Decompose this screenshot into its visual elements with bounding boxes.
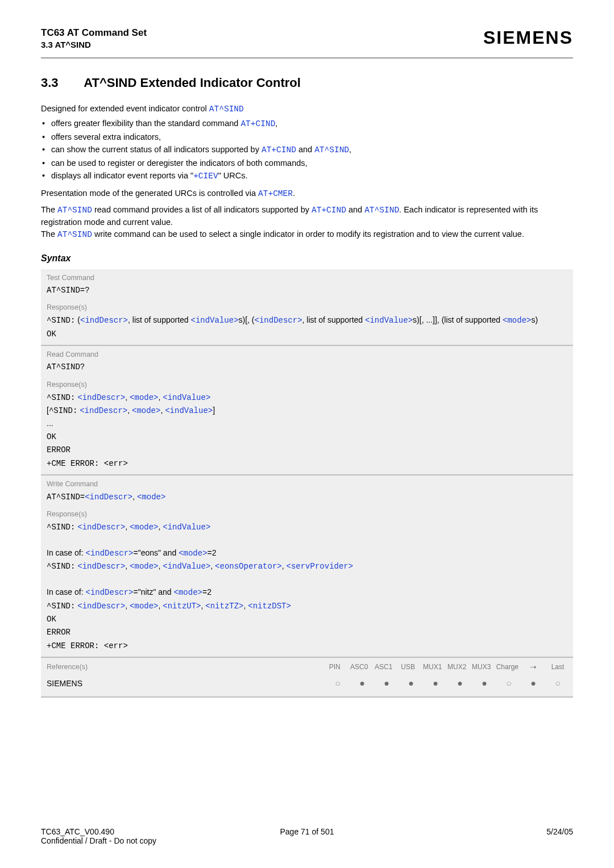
label-response: Response(s): [41, 376, 573, 390]
param-inddescr[interactable]: <indDescr>: [77, 602, 125, 611]
dot-icon: ●: [524, 676, 543, 691]
param-nitzut[interactable]: <nitzUT>: [163, 602, 201, 611]
dot-icon: ●: [475, 676, 494, 691]
text-ok: OK: [47, 615, 56, 624]
param-nitztz[interactable]: <nitzTZ>: [205, 602, 243, 611]
read-response: ^SIND: <indDescr>, <mode>, <indValue> [^…: [41, 390, 573, 475]
text-error: ERROR: [47, 445, 70, 454]
text: ^SIND:: [47, 562, 75, 571]
text-ok: OK: [47, 432, 56, 441]
write-response: ^SIND: <indDescr>, <mode>, <indValue> In…: [41, 519, 573, 658]
link-ciev[interactable]: +CIEV: [193, 172, 218, 181]
dot-icon: ●: [426, 676, 445, 691]
text: s)[, (: [239, 315, 255, 324]
footer-page: Page 71 of 501: [218, 827, 396, 845]
param-mode[interactable]: <mode>: [132, 406, 160, 415]
param-inddescr[interactable]: <indDescr>: [77, 562, 125, 571]
feature-list: offers greater flexibility than the stan…: [41, 117, 573, 182]
param-mode[interactable]: <mode>: [179, 549, 207, 558]
section-heading: 3.3 AT^SIND Extended Indicator Control: [41, 76, 573, 90]
param-mode[interactable]: <mode>: [137, 493, 165, 502]
dot-icon: ○: [548, 676, 567, 691]
support-dots: ○ ● ● ● ● ● ● ○ ● ○: [328, 676, 567, 691]
page-footer: TC63_ATC_V00.490 Confidential / Draft - …: [41, 827, 573, 845]
link-at-cind[interactable]: AT+CIND: [262, 145, 296, 155]
param-inddescr[interactable]: <indDescr>: [77, 523, 125, 532]
page-header: TC63 AT Command Set 3.3 AT^SIND SIEMENS: [41, 27, 573, 57]
param-indvalue[interactable]: <indValue>: [163, 562, 210, 571]
param-inddescr[interactable]: <indDescr>: [85, 549, 133, 558]
dot-icon: ●: [401, 676, 421, 691]
test-command: AT^SIND=?: [41, 283, 573, 299]
text: .: [293, 189, 295, 198]
text: and: [346, 205, 364, 214]
text: ,: [132, 492, 137, 501]
text: ,: [125, 561, 130, 570]
param-inddescr[interactable]: <indDescr>: [77, 393, 125, 402]
param-mode[interactable]: <mode>: [130, 523, 158, 532]
test-response: ^SIND: (<indDescr>, list of supported <i…: [41, 312, 573, 346]
param-inddescr[interactable]: <indDescr>: [80, 406, 127, 415]
list-item: offers greater flexibility than the stan…: [41, 117, 573, 130]
section-number: 3.3: [41, 76, 81, 90]
link-at-cind[interactable]: AT+CIND: [312, 206, 346, 215]
param-mode[interactable]: <mode>: [130, 393, 158, 402]
link-at-cind[interactable]: AT+CIND: [240, 119, 275, 128]
text: ^SIND:: [47, 602, 75, 611]
param-inddescr[interactable]: <indDescr>: [80, 316, 128, 325]
link-at-sind[interactable]: AT^SIND: [364, 206, 399, 215]
footer-left: TC63_ATC_V00.490 Confidential / Draft - …: [41, 827, 218, 845]
text: ,: [282, 561, 287, 570]
link-at-sind[interactable]: AT^SIND: [314, 145, 349, 155]
param-inddescr[interactable]: <indDescr>: [255, 316, 302, 325]
col-usb: USB: [399, 663, 418, 671]
text: The: [41, 229, 57, 239]
reference-header-row: Reference(s) PIN ASC0 ASC1 USB MUX1 MUX2…: [41, 658, 573, 673]
link-at-sind[interactable]: AT^SIND: [57, 230, 92, 239]
text: The: [41, 205, 57, 214]
list-item: offers several extra indicators,: [41, 131, 573, 143]
label-test-command: Test Command: [41, 269, 573, 283]
text: ,: [125, 393, 130, 402]
text: (: [75, 315, 80, 324]
footer-date: 5/24/05: [396, 827, 573, 845]
text: , list of supported: [128, 315, 191, 324]
param-indvalue[interactable]: <indValue>: [191, 316, 239, 325]
text: offers greater flexibility than the stan…: [51, 119, 240, 128]
text: In case of:: [47, 587, 85, 596]
text: =2: [202, 587, 211, 596]
param-inddescr[interactable]: <indDescr>: [85, 588, 133, 597]
col-mux2: MUX2: [447, 663, 467, 671]
link-at-cmer[interactable]: AT+CMER: [258, 189, 293, 198]
param-indvalue[interactable]: <indValue>: [163, 393, 210, 402]
text: ,: [125, 522, 130, 531]
link-at-sind[interactable]: AT^SIND: [209, 105, 244, 114]
col-pin: PIN: [325, 663, 345, 671]
text: ,: [210, 561, 215, 570]
text: ]: [213, 406, 215, 415]
dot-icon: ○: [328, 676, 347, 691]
param-mode[interactable]: <mode>: [174, 588, 202, 597]
text: Presentation mode of the generated URCs …: [41, 189, 258, 198]
param-mode[interactable]: <mode>: [503, 316, 531, 325]
param-eonsoperator[interactable]: <eonsOperator>: [215, 562, 282, 571]
text: can show the current status of all indic…: [51, 145, 262, 154]
param-indvalue[interactable]: <indValue>: [365, 316, 413, 325]
param-inddescr[interactable]: <indDescr>: [85, 493, 132, 502]
param-mode[interactable]: <mode>: [130, 602, 158, 611]
param-indvalue[interactable]: <indValue>: [163, 523, 210, 532]
col-charge: Charge: [496, 663, 518, 671]
text: displays all indicator event reports via…: [51, 171, 193, 180]
col-asc0: ASC0: [350, 663, 369, 671]
reference-siemens: SIEMENS: [47, 677, 82, 690]
label-response: Response(s): [41, 506, 573, 519]
param-nitzdst[interactable]: <nitzDST>: [248, 602, 291, 611]
link-at-sind[interactable]: AT^SIND: [57, 206, 92, 215]
param-servprovider[interactable]: <servProvider>: [287, 562, 354, 571]
text: ="nitz" and: [134, 587, 174, 596]
syntax-heading: Syntax: [41, 253, 573, 264]
param-indvalue[interactable]: <indValue>: [165, 406, 213, 415]
text: ...: [47, 419, 53, 428]
intro-lead: Designed for extended event indicator co…: [41, 104, 209, 113]
param-mode[interactable]: <mode>: [130, 562, 158, 571]
